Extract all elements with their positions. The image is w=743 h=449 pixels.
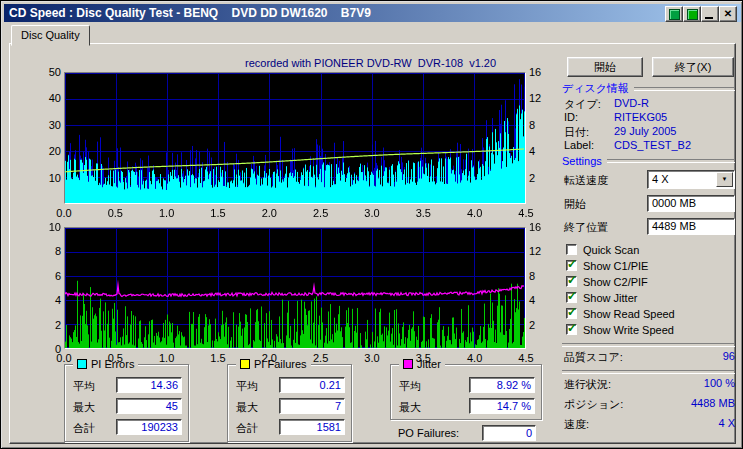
checkbox-label: Show C2/PIF — [583, 276, 648, 288]
checkbox-show-c1-pie[interactable]: ✓Show C1/PIE — [566, 259, 648, 272]
disc-info-value: DVD-R — [614, 97, 649, 112]
speed-select[interactable]: 4 X ▼ — [647, 170, 735, 189]
quality-score-value: 96 — [723, 350, 735, 365]
check-icon: ✓ — [567, 273, 577, 287]
axis-tick-label: 50 — [33, 66, 61, 78]
axis-tick-label: 4.5 — [513, 207, 539, 219]
axis-tick-label: 0.5 — [102, 352, 128, 364]
axis-tick-label: 6 — [33, 270, 61, 282]
disc-info-row: タイプ:DVD-R — [564, 97, 735, 112]
speed-value: 4 X — [718, 417, 735, 432]
checkbox-label: Quick Scan — [583, 244, 639, 256]
axis-tick-label: 40 — [33, 92, 61, 104]
start-button[interactable]: 開始 — [567, 57, 643, 77]
axis-tick-label: 2.0 — [256, 352, 282, 364]
capture-button[interactable] — [665, 6, 683, 22]
recorded-with-text: recorded with PIONEER DVD-RW DVR-108 v1.… — [245, 57, 496, 69]
axis-tick-label: 3.0 — [359, 207, 385, 219]
checkbox: ✓ — [566, 308, 577, 319]
speed-row: 速度:4 X — [564, 417, 735, 432]
stat-value: 14.7 % — [469, 398, 535, 414]
checkbox: ✓ — [566, 324, 577, 335]
app-window: CD Speed : Disc Quality Test - BENQ DVD … — [0, 0, 743, 449]
pi-errors-swatch — [77, 359, 87, 369]
checkbox-show-jitter[interactable]: ✓Show Jitter — [566, 291, 637, 304]
chevron-down-icon[interactable]: ▼ — [716, 172, 733, 187]
close-button[interactable]: ✕ — [719, 6, 737, 22]
settings-header: Settings — [562, 155, 735, 167]
title-bar[interactable]: CD Speed : Disc Quality Test - BENQ DVD … — [4, 4, 741, 22]
exit-button[interactable]: 終了(X) — [652, 57, 734, 77]
checkbox-show-read-speed[interactable]: ✓Show Read Speed — [566, 307, 675, 320]
axis-tick-label: 1.0 — [154, 352, 180, 364]
axis-tick-label: 16 — [529, 66, 553, 78]
pie-chart-canvas — [65, 73, 525, 203]
check-icon: ✓ — [567, 305, 577, 319]
checkbox-show-c2-pif[interactable]: ✓Show C2/PIF — [566, 275, 648, 288]
window-title: CD Speed : Disc Quality Test - BENQ DVD … — [9, 4, 371, 22]
axis-tick-label: 2 — [529, 172, 553, 184]
quality-score-row: 品質スコア:96 — [564, 350, 735, 365]
pif-jitter-chart-plot — [64, 227, 526, 349]
stat-value: 8.92 % — [469, 377, 535, 393]
position-label: ポジション: — [564, 397, 623, 412]
close-icon: ✕ — [724, 9, 732, 19]
disc-info-value: RITEKG05 — [614, 111, 667, 123]
axis-tick-label: 12 — [529, 245, 553, 257]
axis-tick-label: 2.5 — [308, 207, 334, 219]
progress-value: 100 % — [704, 377, 735, 392]
pi-errors-groupbox: PI Errors 平均14.36 最大45 合計190233 — [64, 364, 189, 442]
minimize-button[interactable] — [701, 6, 719, 22]
disc-info-label: Label: — [564, 139, 614, 151]
axis-tick-label: 2.5 — [308, 352, 334, 364]
save-button[interactable] — [683, 6, 701, 22]
stat-label: 最大 — [236, 400, 258, 415]
end-position-field[interactable]: 4489 MB — [647, 218, 735, 235]
checkbox-label: Show Jitter — [583, 292, 637, 304]
axis-tick-label: 3.0 — [359, 352, 385, 364]
disc-info-label: タイプ: — [564, 97, 614, 112]
checkbox-label: Show Write Speed — [583, 324, 674, 336]
pif-jitter-chart-canvas — [65, 228, 525, 348]
stat-label: 最大 — [399, 400, 421, 415]
axis-tick-label: 1.5 — [205, 352, 231, 364]
checkbox: ✓ — [566, 244, 577, 255]
divider — [562, 370, 735, 374]
position-row: ポジション:4488 MB — [564, 397, 735, 412]
start-position-field[interactable]: 0000 MB — [647, 195, 735, 212]
checkbox-show-write-speed[interactable]: ✓Show Write Speed — [566, 323, 674, 336]
axis-tick-label: 0.0 — [51, 352, 77, 364]
stat-label: 平均 — [73, 379, 95, 394]
pie-chart-plot — [64, 72, 526, 204]
header-divider — [607, 159, 735, 163]
jitter-groupbox: Jitter 平均8.92 % 最大14.7 % — [390, 364, 542, 420]
axis-tick-label: 1.5 — [205, 207, 231, 219]
chart-icon — [669, 9, 680, 20]
disc-info-label: ID: — [564, 111, 614, 123]
end-position-label: 終了位置 — [564, 220, 608, 235]
checkbox-label: Show C1/PIE — [583, 260, 648, 272]
speed-select-label: 転送速度 — [564, 173, 608, 188]
axis-tick-label: 3.5 — [410, 207, 436, 219]
axis-tick-label: 10 — [33, 172, 61, 184]
tab-label: Disc Quality — [21, 29, 80, 41]
checkbox: ✓ — [566, 276, 577, 287]
check-icon: ✓ — [567, 289, 577, 303]
checkbox-quick-scan[interactable]: ✓Quick Scan — [566, 243, 639, 256]
checkbox: ✓ — [566, 260, 577, 271]
axis-tick-label: 12 — [529, 92, 553, 104]
axis-tick-label: 8 — [529, 270, 553, 282]
axis-tick-label: 4.0 — [462, 352, 488, 364]
axis-tick-label: 0.5 — [102, 207, 128, 219]
disc-info-header: ディスク情報 — [562, 81, 735, 96]
po-failures-value: 0 — [482, 425, 536, 441]
axis-tick-label: 1.0 — [154, 207, 180, 219]
settings-title: Settings — [562, 155, 602, 167]
disc-info-row: ID:RITEKG05 — [564, 111, 735, 123]
stat-value: 45 — [116, 398, 182, 414]
start-position-label: 開始 — [564, 197, 586, 212]
axis-tick-label: 4 — [529, 294, 553, 306]
axis-tick-label: 30 — [33, 119, 61, 131]
tab-disc-quality[interactable]: Disc Quality — [11, 25, 90, 46]
check-icon: ✓ — [567, 257, 577, 271]
